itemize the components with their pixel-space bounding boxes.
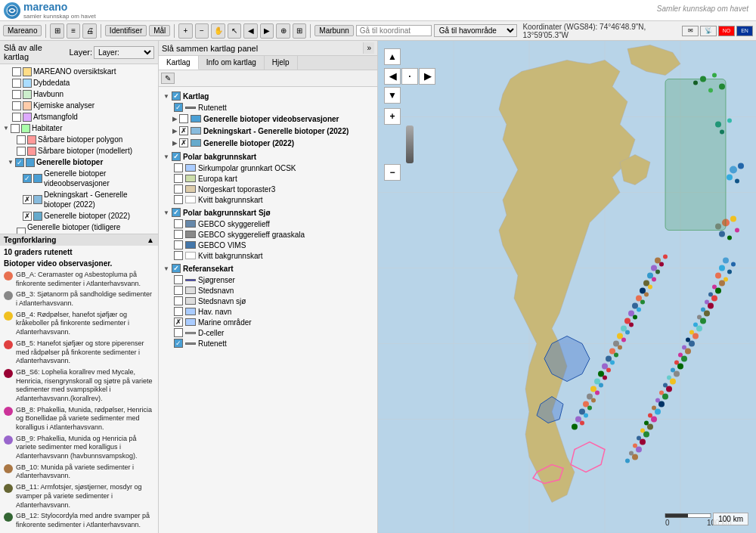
kartlag-item-d-celler[interactable]: D-celler xyxy=(162,327,374,338)
checkbox-havbunn[interactable] xyxy=(12,90,21,99)
collapse-kartlag-button[interactable]: » xyxy=(363,42,374,54)
pan-east-button[interactable]: ▶ xyxy=(419,68,435,85)
checkbox-gen-bio-video[interactable] xyxy=(179,114,188,123)
checkbox-polar-sjo[interactable]: ✓ xyxy=(172,208,181,217)
toolbar-icon-2[interactable]: ≡ xyxy=(67,23,81,39)
layer-group-habitater[interactable]: ▼ Habitater xyxy=(2,122,156,134)
checkbox-habitater[interactable] xyxy=(11,124,20,133)
kartlag-item-stedsnavn-sjo[interactable]: Stedsnavn sjø xyxy=(162,296,374,306)
tab-kartlag[interactable]: Kartlag xyxy=(159,56,199,70)
email-icon[interactable]: ✉ xyxy=(682,26,699,36)
map-area[interactable]: ▲ ◀ · ▶ ▼ + − xyxy=(378,41,756,533)
pan-center-button[interactable]: · xyxy=(401,68,418,85)
checkbox-kvitt-bg2[interactable] xyxy=(174,251,183,260)
pan-tool[interactable]: ✋ xyxy=(211,23,225,39)
checkbox-kvitt-bg[interactable] xyxy=(174,195,183,204)
checkbox-dekningskart[interactable]: ✗ xyxy=(179,126,188,135)
pan-north-button[interactable]: ▲ xyxy=(384,48,401,65)
layer-group-gen-bio[interactable]: ▼ ✓ Generelle biotoper xyxy=(2,156,156,168)
kartlag-dekningskart-header[interactable]: ▶ ✗ Dekningskart - Generelle biotoper (2… xyxy=(162,125,374,137)
kartlag-item-kvitt-bg2[interactable]: Kvitt bakgrunnskart xyxy=(162,250,374,261)
kartlag-item-gebco-vims[interactable]: GEBCO VIMS xyxy=(162,240,374,250)
mareano-menu-button[interactable]: Mareano xyxy=(3,25,42,36)
tab-info-om-kartlag[interactable]: Info om kartlag xyxy=(199,56,265,70)
kartlag-item-sjogrenser[interactable]: Sjøgrenser xyxy=(162,274,374,285)
zoom-in-button[interactable]: + xyxy=(384,108,401,125)
more-tools[interactable]: ⊞ xyxy=(293,23,307,39)
checkbox-europa[interactable] xyxy=(174,174,183,183)
zoom-out-button[interactable]: − xyxy=(384,164,401,181)
checkbox-gebco-vims[interactable] xyxy=(174,240,183,249)
layer-item-gen-video[interactable]: ✓ Generelle biotoper videoobservasjoner xyxy=(2,168,156,189)
identifiser-button[interactable]: Identifiser xyxy=(105,25,147,36)
kartlag-item-kvitt-bg[interactable]: Kvitt bakgrunnskart xyxy=(162,194,374,205)
checkbox-oversiktskart[interactable] xyxy=(12,67,21,76)
checkbox-gen-2022[interactable]: ✗ xyxy=(23,212,32,221)
marbunn-button[interactable]: Marbunn xyxy=(314,25,353,36)
kartlag-item-marine-omr[interactable]: ✗ Marine områder xyxy=(162,317,374,327)
checkbox-saarbare-poly[interactable] xyxy=(17,135,26,144)
checkbox-gen-video[interactable]: ✓ xyxy=(23,174,32,183)
checkbox-stedsnavn[interactable] xyxy=(174,286,183,295)
checkbox-sirkumpolar[interactable] xyxy=(174,163,183,172)
kartlag-section-root-header[interactable]: ▼ ✓ Kartlag xyxy=(162,90,374,102)
layer-item-artsmangfold[interactable]: Artsmangfold xyxy=(2,111,156,122)
full-extent[interactable]: ⊕ xyxy=(276,23,290,39)
checkbox-stedsnavn-sjo[interactable] xyxy=(174,296,183,305)
kartlag-item-sirkumpolar[interactable]: Sirkumpolar grunnkart OCSK xyxy=(162,163,374,173)
checkbox-saarbare-mod[interactable] xyxy=(17,147,26,156)
layer-item-gen-old[interactable]: Generelle biotoper (tidligere publiserte… xyxy=(2,222,156,234)
kartlag-polar-bg-header[interactable]: ▼ ✓ Polar bakgrunnskart xyxy=(162,150,374,163)
maal-button[interactable]: Mål xyxy=(149,25,170,36)
checkbox-gen-2022-tree[interactable]: ✗ xyxy=(179,138,188,147)
zoom-slider[interactable] xyxy=(406,126,414,163)
checkbox-marine-omr[interactable]: ✗ xyxy=(174,318,183,327)
layer-item-saarbare-poly[interactable]: Sårbare biotoper polygon xyxy=(2,134,156,145)
pan-south-button[interactable]: ▼ xyxy=(384,87,401,104)
checkbox-gen-bio[interactable]: ✓ xyxy=(15,158,24,167)
checkbox-gebco-sky[interactable] xyxy=(174,219,183,228)
layer-item-dek-gen[interactable]: ✗ Dekningskart - Generelle biotoper (202… xyxy=(2,189,156,210)
checkbox-norgeskart[interactable] xyxy=(174,184,183,194)
rss-icon[interactable]: 📡 xyxy=(700,26,717,36)
checkbox-artsmangfold[interactable] xyxy=(12,113,21,122)
kartlag-item-norgeskart[interactable]: Norgeskart toporaster3 xyxy=(162,184,374,194)
select-tool[interactable]: ↖ xyxy=(228,23,242,39)
kartlag-item-rutenett2[interactable]: ✓ Rutenett xyxy=(162,338,374,349)
kartlag-item-gebco-graa[interactable]: GEBCO skyggerelieff graaskala xyxy=(162,229,374,240)
kartlag-gen-video-header[interactable]: ▶ Generelle biotoper videobservasjoner xyxy=(162,113,374,125)
kartlag-referansekart-header[interactable]: ▼ ✓ Referansekart xyxy=(162,262,374,274)
legend-header[interactable]: Tegnforklaring ▲ xyxy=(0,234,158,246)
checkbox-gen-old[interactable] xyxy=(17,228,26,234)
layer-item-oversiktskart[interactable]: MAREANO oversiktskart xyxy=(2,66,156,77)
pan-west-button[interactable]: ◀ xyxy=(384,68,401,85)
layer-item-saarbare-mod[interactable]: Sårbare biotoper (modellert) xyxy=(2,145,156,156)
next-extent[interactable]: ▶ xyxy=(260,23,274,39)
checkbox-kartlag-root[interactable]: ✓ xyxy=(172,91,181,101)
zoom-out-toolbar[interactable]: − xyxy=(195,23,209,39)
flag-no[interactable]: NO xyxy=(718,26,735,36)
kartlag-polar-sjo-header[interactable]: ▼ ✓ Polar bakgrunnskart Sjø xyxy=(162,206,374,218)
checkbox-kjemiske[interactable] xyxy=(12,101,21,110)
checkbox-referansekart[interactable]: ✓ xyxy=(172,264,181,273)
layer-item-kjemiske[interactable]: Kjemiske analyser xyxy=(2,100,156,111)
goto-koordinat-input[interactable] xyxy=(356,25,432,36)
checkbox-rutenett[interactable]: ✓ xyxy=(174,103,183,112)
layer-item-dybdedata[interactable]: Dybdedata xyxy=(2,77,156,88)
toolbar-icon-3[interactable]: 🖨 xyxy=(82,23,97,39)
havomraade-select[interactable]: Gå til havområde xyxy=(434,24,518,37)
kartlag-item-europa[interactable]: Europa kart xyxy=(162,173,374,184)
toolbar-icon-1[interactable]: ⊞ xyxy=(50,23,64,39)
checkbox-hav-navn[interactable] xyxy=(174,307,183,316)
layer-item-havbunn[interactable]: Havbunn xyxy=(2,88,156,100)
checkbox-rutenett2[interactable]: ✓ xyxy=(174,339,183,348)
checkbox-polar-bg[interactable]: ✓ xyxy=(172,152,181,161)
kartlag-item-stedsnavn[interactable]: Stedsnavn xyxy=(162,285,374,296)
layer-item-gen-2022[interactable]: ✗ Generelle biotoper (2022) xyxy=(2,210,156,222)
checkbox-dek-gen[interactable]: ✗ xyxy=(23,195,32,204)
kartlag-item-hav-navn[interactable]: Hav. navn xyxy=(162,306,374,317)
zoom-in-toolbar[interactable]: + xyxy=(178,23,193,39)
tab-hjelp[interactable]: Hjelp xyxy=(265,56,298,70)
checkbox-gebco-graa[interactable] xyxy=(174,230,183,239)
layer-type-select[interactable]: Layer: xyxy=(94,46,154,59)
